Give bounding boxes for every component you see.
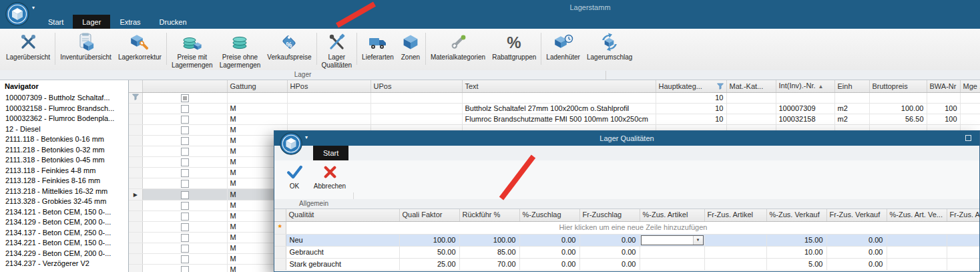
filter-funnel-icon[interactable]: [717, 83, 724, 90]
combo-editor[interactable]: ▼: [641, 235, 704, 245]
inventuruebersicht-button[interactable]: Inventurübersicht: [57, 31, 115, 70]
cell-gattung[interactable]: M: [227, 114, 287, 125]
preise-mit-lagermengen-button[interactable]: Preise mit Lagermengen: [168, 31, 216, 70]
navigator-item[interactable]: 2113.218 - Mittelkies 16-32 mm: [0, 186, 128, 197]
cell-rueckfuehr-pct[interactable]: 70.00: [459, 258, 519, 270]
lagerkorrektur-button[interactable]: Lagerkorrektur: [115, 31, 165, 70]
cell-quali-faktor[interactable]: 50.00: [399, 246, 459, 258]
cell-hauptkategorie[interactable]: 10: [656, 93, 726, 104]
cell-fr-zus-artikel[interactable]: [704, 234, 766, 246]
row-checkbox-cell[interactable]: [142, 254, 227, 265]
cell-rueckfuehr-pct[interactable]: 85.00: [459, 246, 519, 258]
cell-int-inv-nr[interactable]: 100032158: [776, 114, 834, 125]
row-checkbox-cell[interactable]: [142, 178, 227, 189]
row-checkbox-cell[interactable]: [142, 146, 227, 157]
cell-mat-kat[interactable]: [726, 104, 776, 114]
cell-fr-zuschlag[interactable]: 0.00: [579, 246, 640, 258]
dialog-titlebar[interactable]: Lager Qualitäten: [274, 131, 979, 146]
col-fr-zus-verkauf[interactable]: Fr-Zus. Verkauf: [826, 209, 887, 221]
navigator-item[interactable]: 2111.318 - Betonkies 0-45 mm: [0, 155, 128, 166]
col-text[interactable]: Text: [462, 80, 656, 93]
quality-row-stark-gebraucht[interactable]: Stark gebraucht 25.00 70.00 0.00 0.00 5.…: [274, 258, 979, 270]
tab-extras[interactable]: Extras: [110, 15, 150, 29]
cell-pct-zus-verkauf[interactable]: 5.00: [766, 258, 826, 270]
quality-row-neu[interactable]: ▶ Neu 100.00 100.00 0.00 0.00 ▼: [274, 234, 979, 246]
cell-pct-zus-verkauf[interactable]: 15.00: [766, 234, 826, 246]
cell-text[interactable]: [462, 93, 656, 104]
cell-rueckfuehr-pct[interactable]: 100.00: [459, 234, 519, 246]
navigator-item[interactable]: 2134.229 - Beton CEM, 200 0-...: [0, 249, 128, 259]
cell-gattung[interactable]: M: [227, 104, 287, 114]
navigator-item[interactable]: 2134.237 - Verzögerer V2: [0, 259, 128, 269]
dialog-tab-start[interactable]: Start: [313, 146, 348, 160]
cell-hauptkategorie[interactable]: 10: [656, 104, 726, 114]
cell-einh[interactable]: m2: [834, 114, 869, 125]
app-logo-icon[interactable]: [5, 2, 29, 26]
cell-pct-zus-art-ve[interactable]: [887, 258, 947, 270]
dialog-menu-caret-icon[interactable]: ▾: [305, 134, 308, 140]
cell-quali-faktor[interactable]: 100.00: [399, 234, 459, 246]
col-hpos[interactable]: HPos: [287, 80, 371, 93]
row-checkbox[interactable]: [181, 234, 189, 242]
row-checkbox[interactable]: [181, 245, 189, 253]
col-fr-zuschlag[interactable]: Fr-Zuschlag: [579, 209, 640, 221]
col-pct-zus-art-ve[interactable]: %-Zus. Art. Ve...: [887, 209, 947, 221]
dialog-app-logo-icon[interactable]: [280, 132, 302, 155]
col-bwa-nr[interactable]: BWA-Nr: [927, 80, 960, 93]
cell-pct-zus-artikel[interactable]: [640, 258, 704, 270]
tab-drucken[interactable]: Drucken: [150, 15, 196, 29]
cell-fr-zuschlag[interactable]: 0.00: [579, 258, 640, 270]
navigator-item[interactable]: 2113.118 - Feinkies 4-8 mm: [0, 166, 128, 176]
cell-mge[interactable]: [960, 114, 980, 125]
col-upos[interactable]: UPos: [371, 80, 462, 93]
col-bruttopreis[interactable]: Bruttopreis: [869, 80, 927, 93]
cell-mat-kat[interactable]: [726, 93, 776, 104]
abbrechen-button[interactable]: Abbrechen: [309, 163, 350, 190]
cell-fr-zus-artikel[interactable]: [704, 246, 766, 258]
navigator-item[interactable]: 2111.218 - Betonkies 0-32 mm: [0, 145, 128, 156]
ok-button[interactable]: OK: [280, 163, 309, 190]
cell-mat-kat[interactable]: [726, 114, 776, 125]
col-qualitaet[interactable]: Qualität: [286, 209, 399, 221]
maximize-button[interactable]: [965, 135, 971, 141]
row-checkbox[interactable]: [181, 202, 189, 210]
add-new-row[interactable]: * Hier klicken um eine neue Zeile hinzuz…: [274, 221, 979, 234]
cell-quali-faktor[interactable]: 25.00: [399, 258, 459, 270]
cell-int-inv-nr[interactable]: [776, 93, 834, 104]
lagerumschlag-button[interactable]: Lagerumschlag: [583, 31, 636, 70]
cell-upos[interactable]: [371, 93, 462, 104]
cell-bwa-nr[interactable]: 100: [927, 104, 960, 114]
cell-pct-zuschlag[interactable]: 0.00: [519, 258, 579, 270]
cell-fr-zus-verkauf[interactable]: 0.00: [826, 234, 887, 246]
cell-fr-zuschlag[interactable]: 0.00: [579, 234, 640, 246]
cell-bwa-nr[interactable]: 100: [927, 114, 960, 125]
row-checkbox[interactable]: [181, 105, 189, 113]
row-checkbox[interactable]: [181, 158, 189, 166]
cell-pct-zuschlag[interactable]: 0.00: [519, 234, 579, 246]
cell-pct-zuschlag[interactable]: 0.00: [519, 246, 579, 258]
navigator-item[interactable]: 2111.118 - Betonkies 0-16 mm: [0, 134, 128, 145]
navigator-item[interactable]: 2134.137 - Beton CEM, 250 0-...: [0, 228, 128, 239]
row-checkbox-cell[interactable]: [142, 222, 227, 233]
cell-gattung[interactable]: [227, 93, 287, 104]
cell-upos[interactable]: [371, 114, 462, 125]
cell-bwa-nr[interactable]: [927, 93, 960, 104]
row-checkbox-cell[interactable]: [142, 104, 227, 114]
new-row-hint[interactable]: Hier klicken um eine neue Zeile hinzuzuf…: [286, 221, 979, 234]
cell-fr-zus-verkauf[interactable]: 0.00: [826, 246, 887, 258]
lager-qualitaeten-button[interactable]: Lager Qualitäten: [318, 31, 356, 70]
cell-fr-zus-ar[interactable]: [947, 246, 979, 258]
rabattgruppen-button[interactable]: % Rabattgruppen: [489, 31, 539, 70]
table-row[interactable]: ▶ 10: [129, 93, 980, 104]
navigator-item[interactable]: 2134.221 - Beton CEM, 150 0-...: [0, 238, 128, 249]
table-row[interactable]: ▶ M Flumroc Brandschutzmatte FMI 500 100…: [129, 114, 980, 125]
cell-hauptkategorie[interactable]: 10: [656, 114, 726, 125]
col-quali-faktor[interactable]: Quali Faktor: [399, 209, 459, 221]
cell-hpos[interactable]: [287, 93, 371, 104]
tab-start[interactable]: Start: [39, 15, 73, 29]
col-int-inv-nr[interactable]: Int(Inv).-Nr.▲: [776, 80, 834, 93]
row-checkbox[interactable]: [181, 213, 189, 221]
cell-bruttopreis[interactable]: [869, 93, 927, 104]
navigator-item[interactable]: 2134.129 - Beton CEM, 200 0-...: [0, 217, 128, 228]
row-checkbox-cell[interactable]: [142, 157, 227, 168]
